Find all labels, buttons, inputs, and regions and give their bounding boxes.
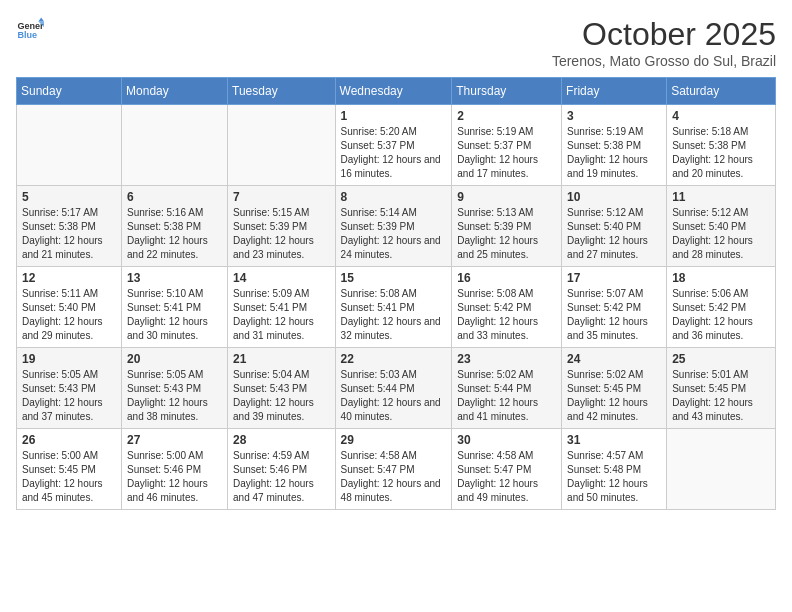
day-number: 28 (233, 433, 330, 447)
location: Terenos, Mato Grosso do Sul, Brazil (552, 53, 776, 69)
day-number: 20 (127, 352, 222, 366)
calendar-cell: 2Sunrise: 5:19 AMSunset: 5:37 PMDaylight… (452, 105, 562, 186)
day-info: Sunrise: 4:57 AMSunset: 5:48 PMDaylight:… (567, 449, 661, 505)
day-info: Sunrise: 5:12 AMSunset: 5:40 PMDaylight:… (672, 206, 770, 262)
day-info: Sunrise: 5:14 AMSunset: 5:39 PMDaylight:… (341, 206, 447, 262)
day-info: Sunrise: 4:59 AMSunset: 5:46 PMDaylight:… (233, 449, 330, 505)
weekday-header-row: SundayMondayTuesdayWednesdayThursdayFrid… (17, 78, 776, 105)
day-info: Sunrise: 5:10 AMSunset: 5:41 PMDaylight:… (127, 287, 222, 343)
day-info: Sunrise: 5:06 AMSunset: 5:42 PMDaylight:… (672, 287, 770, 343)
day-number: 9 (457, 190, 556, 204)
day-info: Sunrise: 5:13 AMSunset: 5:39 PMDaylight:… (457, 206, 556, 262)
calendar-cell: 18Sunrise: 5:06 AMSunset: 5:42 PMDayligh… (667, 267, 776, 348)
day-number: 29 (341, 433, 447, 447)
svg-text:Blue: Blue (17, 30, 37, 40)
calendar-cell: 29Sunrise: 4:58 AMSunset: 5:47 PMDayligh… (335, 429, 452, 510)
day-number: 6 (127, 190, 222, 204)
calendar-cell (667, 429, 776, 510)
calendar-cell: 24Sunrise: 5:02 AMSunset: 5:45 PMDayligh… (562, 348, 667, 429)
calendar-cell: 27Sunrise: 5:00 AMSunset: 5:46 PMDayligh… (122, 429, 228, 510)
day-info: Sunrise: 4:58 AMSunset: 5:47 PMDaylight:… (457, 449, 556, 505)
logo: General Blue (16, 16, 44, 44)
day-info: Sunrise: 5:01 AMSunset: 5:45 PMDaylight:… (672, 368, 770, 424)
day-number: 14 (233, 271, 330, 285)
day-info: Sunrise: 5:04 AMSunset: 5:43 PMDaylight:… (233, 368, 330, 424)
day-number: 23 (457, 352, 556, 366)
calendar-cell (228, 105, 336, 186)
day-number: 31 (567, 433, 661, 447)
calendar-cell: 23Sunrise: 5:02 AMSunset: 5:44 PMDayligh… (452, 348, 562, 429)
calendar-cell (17, 105, 122, 186)
day-info: Sunrise: 5:18 AMSunset: 5:38 PMDaylight:… (672, 125, 770, 181)
day-info: Sunrise: 5:20 AMSunset: 5:37 PMDaylight:… (341, 125, 447, 181)
day-number: 5 (22, 190, 116, 204)
calendar-cell: 21Sunrise: 5:04 AMSunset: 5:43 PMDayligh… (228, 348, 336, 429)
day-number: 22 (341, 352, 447, 366)
calendar-cell: 1Sunrise: 5:20 AMSunset: 5:37 PMDaylight… (335, 105, 452, 186)
calendar-cell: 3Sunrise: 5:19 AMSunset: 5:38 PMDaylight… (562, 105, 667, 186)
calendar-cell: 13Sunrise: 5:10 AMSunset: 5:41 PMDayligh… (122, 267, 228, 348)
weekday-header-saturday: Saturday (667, 78, 776, 105)
day-info: Sunrise: 5:15 AMSunset: 5:39 PMDaylight:… (233, 206, 330, 262)
calendar-cell: 8Sunrise: 5:14 AMSunset: 5:39 PMDaylight… (335, 186, 452, 267)
day-info: Sunrise: 5:07 AMSunset: 5:42 PMDaylight:… (567, 287, 661, 343)
day-number: 1 (341, 109, 447, 123)
day-number: 18 (672, 271, 770, 285)
calendar-cell: 25Sunrise: 5:01 AMSunset: 5:45 PMDayligh… (667, 348, 776, 429)
calendar-week-row: 26Sunrise: 5:00 AMSunset: 5:45 PMDayligh… (17, 429, 776, 510)
calendar-week-row: 1Sunrise: 5:20 AMSunset: 5:37 PMDaylight… (17, 105, 776, 186)
day-number: 2 (457, 109, 556, 123)
day-number: 15 (341, 271, 447, 285)
calendar-cell: 22Sunrise: 5:03 AMSunset: 5:44 PMDayligh… (335, 348, 452, 429)
calendar-cell: 15Sunrise: 5:08 AMSunset: 5:41 PMDayligh… (335, 267, 452, 348)
day-number: 16 (457, 271, 556, 285)
day-number: 27 (127, 433, 222, 447)
day-number: 21 (233, 352, 330, 366)
day-number: 24 (567, 352, 661, 366)
day-info: Sunrise: 5:00 AMSunset: 5:45 PMDaylight:… (22, 449, 116, 505)
day-info: Sunrise: 5:02 AMSunset: 5:45 PMDaylight:… (567, 368, 661, 424)
day-info: Sunrise: 5:19 AMSunset: 5:37 PMDaylight:… (457, 125, 556, 181)
day-number: 7 (233, 190, 330, 204)
day-number: 12 (22, 271, 116, 285)
calendar-cell: 12Sunrise: 5:11 AMSunset: 5:40 PMDayligh… (17, 267, 122, 348)
calendar-cell: 17Sunrise: 5:07 AMSunset: 5:42 PMDayligh… (562, 267, 667, 348)
calendar-cell: 28Sunrise: 4:59 AMSunset: 5:46 PMDayligh… (228, 429, 336, 510)
calendar-cell: 20Sunrise: 5:05 AMSunset: 5:43 PMDayligh… (122, 348, 228, 429)
day-number: 25 (672, 352, 770, 366)
day-info: Sunrise: 5:08 AMSunset: 5:42 PMDaylight:… (457, 287, 556, 343)
day-number: 13 (127, 271, 222, 285)
day-number: 4 (672, 109, 770, 123)
month-title: October 2025 (552, 16, 776, 53)
calendar-cell (122, 105, 228, 186)
day-info: Sunrise: 5:16 AMSunset: 5:38 PMDaylight:… (127, 206, 222, 262)
calendar-cell: 11Sunrise: 5:12 AMSunset: 5:40 PMDayligh… (667, 186, 776, 267)
calendar-cell: 30Sunrise: 4:58 AMSunset: 5:47 PMDayligh… (452, 429, 562, 510)
day-info: Sunrise: 5:00 AMSunset: 5:46 PMDaylight:… (127, 449, 222, 505)
day-info: Sunrise: 5:08 AMSunset: 5:41 PMDaylight:… (341, 287, 447, 343)
day-number: 8 (341, 190, 447, 204)
calendar-cell: 5Sunrise: 5:17 AMSunset: 5:38 PMDaylight… (17, 186, 122, 267)
day-number: 19 (22, 352, 116, 366)
weekday-header-thursday: Thursday (452, 78, 562, 105)
calendar-cell: 9Sunrise: 5:13 AMSunset: 5:39 PMDaylight… (452, 186, 562, 267)
weekday-header-wednesday: Wednesday (335, 78, 452, 105)
calendar-cell: 10Sunrise: 5:12 AMSunset: 5:40 PMDayligh… (562, 186, 667, 267)
calendar-cell: 6Sunrise: 5:16 AMSunset: 5:38 PMDaylight… (122, 186, 228, 267)
calendar-week-row: 5Sunrise: 5:17 AMSunset: 5:38 PMDaylight… (17, 186, 776, 267)
calendar-cell: 19Sunrise: 5:05 AMSunset: 5:43 PMDayligh… (17, 348, 122, 429)
calendar-cell: 14Sunrise: 5:09 AMSunset: 5:41 PMDayligh… (228, 267, 336, 348)
calendar-cell: 7Sunrise: 5:15 AMSunset: 5:39 PMDaylight… (228, 186, 336, 267)
weekday-header-monday: Monday (122, 78, 228, 105)
day-info: Sunrise: 5:02 AMSunset: 5:44 PMDaylight:… (457, 368, 556, 424)
weekday-header-sunday: Sunday (17, 78, 122, 105)
day-info: Sunrise: 5:11 AMSunset: 5:40 PMDaylight:… (22, 287, 116, 343)
day-number: 26 (22, 433, 116, 447)
day-info: Sunrise: 5:05 AMSunset: 5:43 PMDaylight:… (127, 368, 222, 424)
day-info: Sunrise: 5:03 AMSunset: 5:44 PMDaylight:… (341, 368, 447, 424)
logo-icon: General Blue (16, 16, 44, 44)
title-block: October 2025 Terenos, Mato Grosso do Sul… (552, 16, 776, 69)
day-info: Sunrise: 5:12 AMSunset: 5:40 PMDaylight:… (567, 206, 661, 262)
day-info: Sunrise: 5:19 AMSunset: 5:38 PMDaylight:… (567, 125, 661, 181)
calendar-table: SundayMondayTuesdayWednesdayThursdayFrid… (16, 77, 776, 510)
